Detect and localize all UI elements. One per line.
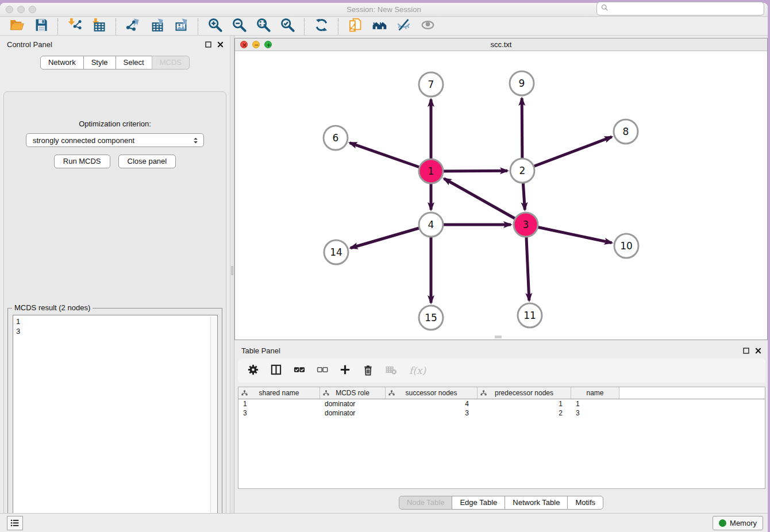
uncheck-all-button[interactable] — [316, 364, 328, 378]
tab-network-table[interactable]: Network Table — [505, 496, 568, 510]
function-builder-button[interactable]: f(x) — [409, 365, 426, 376]
canvas-hscroll-handle[interactable] — [495, 336, 502, 338]
column-label: name — [586, 389, 603, 397]
graph-node-10[interactable]: 10 — [614, 234, 638, 258]
desktop: Session: New Session Control Panel Netwo… — [0, 0, 770, 532]
network-view-title: scc.txt — [235, 38, 767, 49]
graph-node-11[interactable]: 11 — [518, 303, 542, 327]
column-label: shared name — [259, 389, 299, 397]
optimization-criterion-select[interactable]: strongly connected component — [26, 133, 204, 147]
panel-splitter[interactable] — [230, 36, 234, 513]
column-header-name[interactable]: name — [571, 387, 619, 399]
cell-predecessor-nodes[interactable]: 2 — [478, 408, 571, 418]
eye-disabled-button[interactable] — [418, 18, 437, 35]
cell-MCDS-role[interactable]: dominator — [320, 399, 386, 408]
node-label: 14 — [330, 246, 342, 258]
tab-select[interactable]: Select — [116, 56, 152, 70]
edge-2-8[interactable] — [522, 137, 612, 171]
import-network-button[interactable] — [65, 18, 84, 35]
column-header-shared-name[interactable]: shared name — [238, 387, 320, 399]
optimization-criterion-label: Optimization criterion: — [4, 119, 226, 128]
graph-node-2[interactable]: 2 — [510, 159, 534, 183]
run-mcds-button[interactable]: Run MCDS — [54, 155, 110, 168]
tab-node-table[interactable]: Node Table — [399, 496, 453, 510]
tab-edge-table[interactable]: Edge Table — [452, 496, 505, 510]
column-tree-icon — [323, 390, 329, 398]
zoom-selected-button[interactable] — [278, 18, 297, 35]
grid-x-button[interactable] — [385, 364, 397, 378]
graph-node-8[interactable]: 8 — [614, 119, 638, 144]
zoom-fit-button[interactable] — [253, 18, 273, 35]
minimize-view-button[interactable] — [252, 41, 260, 48]
graph-node-3[interactable]: 3 — [514, 213, 538, 237]
table-toolbar: f(x) — [238, 358, 765, 383]
save-button[interactable] — [31, 18, 51, 35]
search-box[interactable] — [596, 2, 764, 16]
check-all-button[interactable] — [293, 364, 305, 378]
table-row[interactable]: 1dominator411 — [238, 399, 765, 408]
cell-name[interactable]: 3 — [571, 408, 619, 418]
tab-motifs[interactable]: Motifs — [567, 496, 603, 510]
hide-eye-icon — [396, 17, 411, 35]
graph-node-6[interactable]: 6 — [324, 126, 348, 150]
graph-node-9[interactable]: 9 — [510, 71, 534, 95]
home-pair-button[interactable] — [369, 18, 389, 35]
float-panel-icon[interactable] — [205, 40, 212, 51]
graph-node-7[interactable]: 7 — [419, 72, 443, 97]
trash-button[interactable] — [362, 364, 374, 378]
close-panel-icon[interactable] — [217, 40, 224, 51]
gear-button[interactable] — [247, 364, 259, 378]
table-panel: Table Panel f(x) shared nameMCDS rolesuc… — [234, 342, 768, 511]
folder-open-button[interactable] — [7, 18, 26, 35]
refresh-button[interactable] — [311, 18, 331, 35]
node-label: 8 — [623, 126, 629, 137]
columns-button[interactable] — [270, 364, 282, 378]
task-history-button[interactable] — [7, 516, 23, 530]
float-table-panel-icon[interactable] — [742, 346, 750, 357]
search-input[interactable] — [611, 4, 760, 13]
cell-shared-name[interactable]: 3 — [238, 408, 320, 418]
edge-3-1[interactable] — [444, 179, 526, 225]
zoom-out-icon — [232, 17, 247, 35]
hide-eye-button[interactable] — [394, 18, 413, 35]
folder-open-icon — [9, 17, 25, 35]
splitter-grip[interactable] — [231, 266, 233, 275]
columns-icon — [270, 364, 282, 378]
zoom-in-button[interactable] — [205, 18, 225, 35]
clone-network-button[interactable] — [345, 18, 365, 35]
result-scrollbar[interactable] — [210, 316, 217, 522]
column-header-predecessor-nodes[interactable]: predecessor nodes — [478, 387, 571, 399]
graph-node-4[interactable]: 4 — [419, 213, 443, 237]
export-network-button[interactable] — [123, 18, 143, 35]
network-window-titlebar[interactable]: scc.txt — [235, 38, 767, 51]
tab-mcds[interactable]: MCDS — [152, 56, 190, 70]
close-table-panel-icon[interactable] — [754, 346, 762, 357]
close-view-button[interactable] — [240, 41, 248, 48]
edge-3-10[interactable] — [526, 225, 612, 243]
cell-successor-nodes[interactable]: 4 — [386, 399, 478, 408]
export-table-button[interactable] — [147, 18, 167, 35]
graph-node-15[interactable]: 15 — [419, 306, 443, 330]
import-table-button[interactable] — [89, 18, 109, 35]
close-panel-button[interactable]: Close panel — [118, 155, 176, 168]
column-header-successor-nodes[interactable]: successor nodes — [386, 387, 478, 399]
column-header-MCDS-role[interactable]: MCDS role — [320, 387, 386, 399]
zoom-out-button[interactable] — [229, 18, 249, 35]
plus-button[interactable] — [339, 364, 351, 378]
cell-name[interactable]: 1 — [571, 399, 619, 408]
mcds-result-textarea[interactable]: 13 — [13, 315, 218, 523]
tab-style[interactable]: Style — [83, 56, 116, 70]
memory-button[interactable]: Memory — [713, 516, 763, 530]
zoom-view-button[interactable] — [264, 41, 272, 48]
cell-MCDS-role[interactable]: dominator — [320, 408, 386, 418]
network-canvas[interactable]: 7968124314101511 — [235, 51, 767, 340]
tab-network[interactable]: Network — [40, 56, 84, 70]
export-image-button[interactable] — [171, 18, 191, 35]
table-row[interactable]: 3dominator323 — [238, 408, 765, 418]
cell-successor-nodes[interactable]: 3 — [386, 408, 478, 418]
cell-predecessor-nodes[interactable]: 1 — [478, 399, 571, 408]
graph-node-1[interactable]: 1 — [419, 159, 443, 183]
cell-shared-name[interactable]: 1 — [238, 399, 320, 408]
graph-node-14[interactable]: 14 — [324, 240, 348, 264]
import-table-icon — [91, 17, 107, 35]
